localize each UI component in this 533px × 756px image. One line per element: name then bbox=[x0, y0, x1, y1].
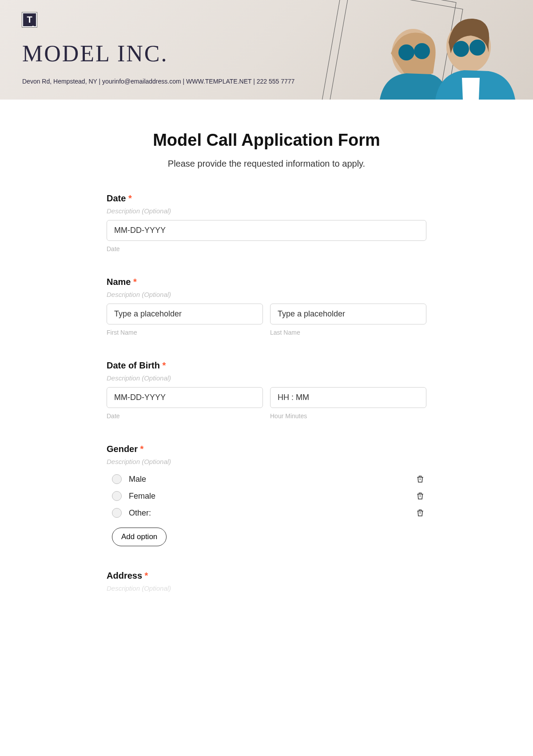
dob-date-input[interactable] bbox=[107, 387, 263, 408]
required-asterisk: * bbox=[133, 277, 137, 287]
svg-point-4 bbox=[453, 41, 469, 57]
radio-label-female[interactable]: Female bbox=[129, 492, 155, 501]
trash-icon[interactable] bbox=[416, 491, 425, 501]
required-asterisk: * bbox=[128, 193, 132, 203]
dob-label-text: Date of Birth bbox=[107, 360, 160, 370]
dob-time-input[interactable] bbox=[270, 387, 426, 408]
field-address: Address * Description (Optional) bbox=[107, 571, 426, 592]
address-description[interactable]: Description (Optional) bbox=[107, 584, 426, 592]
svg-point-1 bbox=[398, 44, 414, 60]
required-asterisk: * bbox=[140, 444, 144, 454]
field-date: Date * Description (Optional) Date bbox=[107, 193, 426, 252]
svg-point-5 bbox=[469, 40, 485, 56]
address-label: Address * bbox=[107, 571, 426, 581]
required-asterisk: * bbox=[163, 360, 166, 370]
date-description[interactable]: Description (Optional) bbox=[107, 207, 426, 215]
gender-label: Gender * bbox=[107, 444, 426, 454]
radio-circle-icon[interactable] bbox=[112, 491, 122, 501]
trash-icon[interactable] bbox=[416, 508, 425, 518]
field-gender: Gender * Description (Optional) Male Fem… bbox=[107, 444, 426, 546]
date-label-text: Date bbox=[107, 193, 126, 203]
radio-label-other[interactable]: Other: bbox=[129, 508, 151, 518]
dob-time-sublabel: Hour Minutes bbox=[270, 412, 426, 420]
form-subtitle: Please provide the requested information… bbox=[107, 159, 426, 169]
name-label: Name * bbox=[107, 277, 426, 287]
logo-icon: T bbox=[22, 12, 37, 27]
radio-option-other: Other: bbox=[107, 504, 426, 521]
last-name-sublabel: Last Name bbox=[270, 329, 426, 336]
form-title: Model Call Application Form bbox=[107, 131, 426, 150]
required-asterisk: * bbox=[145, 571, 148, 580]
field-dob: Date of Birth * Description (Optional) D… bbox=[107, 360, 426, 420]
radio-option-male: Male bbox=[107, 471, 426, 488]
first-name-sublabel: First Name bbox=[107, 329, 263, 336]
gender-label-text: Gender bbox=[107, 444, 138, 454]
radio-option-female: Female bbox=[107, 488, 426, 504]
radio-label-male[interactable]: Male bbox=[129, 475, 146, 484]
date-sublabel: Date bbox=[107, 245, 426, 252]
page-header: T MODEL INC. Devon Rd, Hempstead, NY | y… bbox=[0, 0, 533, 100]
trash-icon[interactable] bbox=[416, 474, 425, 484]
dob-description[interactable]: Description (Optional) bbox=[107, 374, 426, 382]
last-name-input[interactable] bbox=[270, 304, 426, 324]
address-label-text: Address bbox=[107, 571, 142, 580]
form-container: Model Call Application Form Please provi… bbox=[84, 100, 449, 615]
radio-circle-icon[interactable] bbox=[112, 474, 122, 484]
date-label: Date * bbox=[107, 193, 426, 204]
svg-point-2 bbox=[414, 43, 430, 59]
dob-label: Date of Birth * bbox=[107, 360, 426, 371]
radio-circle-icon[interactable] bbox=[112, 508, 122, 518]
field-name: Name * Description (Optional) First Name… bbox=[107, 277, 426, 336]
first-name-input[interactable] bbox=[107, 304, 263, 324]
models-photo bbox=[311, 0, 533, 100]
add-option-button[interactable]: Add option bbox=[112, 528, 167, 546]
name-description[interactable]: Description (Optional) bbox=[107, 291, 426, 298]
logo-letter: T bbox=[27, 15, 32, 25]
gender-description[interactable]: Description (Optional) bbox=[107, 458, 426, 465]
dob-date-sublabel: Date bbox=[107, 412, 263, 420]
name-label-text: Name bbox=[107, 277, 131, 287]
date-input[interactable] bbox=[107, 220, 426, 241]
